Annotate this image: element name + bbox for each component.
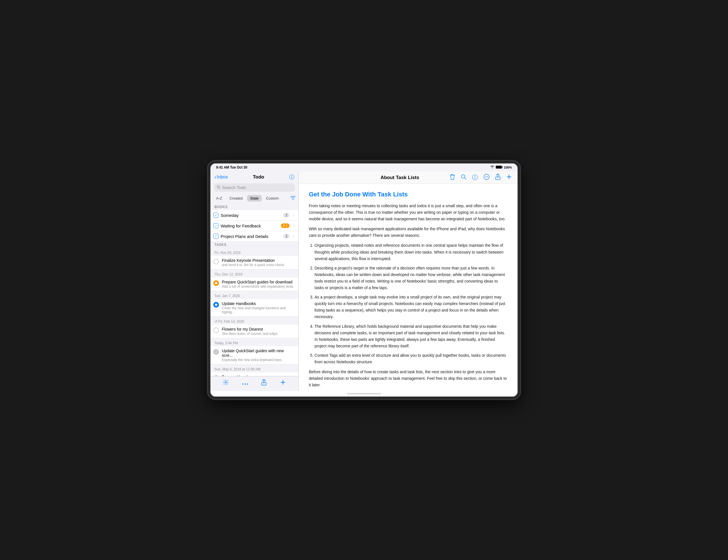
article-content: Get the Job Done With Task Lists From ta… (299, 184, 518, 391)
panel-title: Todo (253, 174, 264, 180)
task-title-2: Prepare QuickStart guides for download (222, 280, 294, 284)
sort-state[interactable]: State (247, 195, 261, 202)
status-time: 9:41 AM Tue Oct 30 (216, 166, 247, 170)
svg-point-18 (486, 177, 487, 177)
share-icon-header[interactable] (495, 174, 501, 181)
right-header-icons: ⓘ (450, 174, 512, 181)
task-circle-1 (213, 259, 219, 265)
svg-point-8 (242, 383, 243, 385)
article-para-1: From taking notes or meeting minutes to … (309, 203, 507, 222)
info-icon-header[interactable]: ⓘ (472, 174, 478, 181)
task-item-3[interactable]: Update Handbooks Cover the new and chang… (210, 299, 298, 317)
task-date-5: Today, 3:44 PM (210, 338, 298, 346)
chevron-left-icon: ‹ (214, 174, 216, 180)
book-checkbox-project: ✓ (213, 234, 218, 239)
sort-bar: A-Z Created State Custom (210, 194, 298, 204)
task-subtitle-3: Cover the new and changed functions and … (222, 306, 294, 314)
task-circle-3 (213, 302, 219, 307)
search-icon (217, 185, 220, 190)
search-bar[interactable]: Search Todo (214, 183, 295, 192)
sort-custom[interactable]: Custom (263, 195, 282, 202)
task-date-2: Thu, Dec 12, 2019 (210, 270, 298, 278)
list-item-1: Organizing projects, related notes and r… (315, 242, 507, 262)
add-icon-header[interactable] (506, 174, 512, 181)
task-circle-5: ✓ (213, 349, 219, 355)
ipad-frame: 9:41 AM Tue Oct 30 100% ‹ Inbox Todo ⓘ (208, 161, 520, 399)
book-badge-project: 2 (283, 234, 289, 239)
inbox-back[interactable]: ‹ Inbox (214, 174, 228, 180)
task-item-5[interactable]: ✓ Update QuickStart guides with new scre… (210, 346, 298, 364)
task-item-4[interactable]: Flowers for my Dearest She likes roses, … (210, 324, 298, 338)
book-checkbox-waiting: ✓ (213, 223, 218, 228)
add-icon[interactable] (280, 379, 286, 386)
left-header: ‹ Inbox Todo ⓘ (210, 172, 298, 182)
chevron-right-icon-2: › (293, 224, 294, 228)
left-panel: ‹ Inbox Todo ⓘ Search Todo A-Z Created S… (210, 172, 299, 391)
article-para-3: Before diving into the details of how to… (309, 369, 507, 388)
chevron-right-icon-3: › (293, 234, 294, 239)
sort-created[interactable]: Created (227, 195, 245, 202)
task-item-1[interactable]: Finalize Keynote Presentation and send i… (210, 256, 298, 270)
svg-point-9 (245, 383, 246, 385)
svg-line-3 (219, 188, 220, 189)
task-text-5: Update QuickStart guides with new scre..… (222, 348, 294, 362)
task-text-3: Update Handbooks Cover the new and chang… (222, 301, 294, 314)
book-name-someday: Someday (221, 213, 281, 218)
trash-icon[interactable] (450, 174, 455, 181)
task-title-5: Update QuickStart guides with new scre..… (222, 348, 294, 357)
home-indicator (210, 391, 518, 396)
book-item-waiting[interactable]: ✓ Waiting for Feedback 2·1 › (210, 221, 298, 231)
task-subtitle-5: Especially the new extra keyboard keys. (222, 358, 294, 362)
book-name-waiting: Waiting for Feedback (221, 224, 279, 228)
ellipsis-icon[interactable] (242, 380, 248, 386)
task-title-1: Finalize Keynote Presentation (222, 258, 294, 263)
svg-point-10 (247, 383, 248, 385)
task-title-4: Flowers for my Dearest (222, 327, 294, 331)
article-panel-title: About Task Lists (380, 175, 419, 181)
task-text-1: Finalize Keynote Presentation and send i… (222, 258, 294, 267)
task-item-6[interactable]: ✕ Prepare Vacation (210, 372, 298, 376)
battery-icon (496, 166, 503, 170)
gear-icon[interactable] (223, 379, 229, 386)
status-bar-right: 100% (490, 166, 512, 170)
search-icon-header[interactable] (461, 174, 466, 181)
svg-point-2 (217, 186, 220, 188)
main-content: ‹ Inbox Todo ⓘ Search Todo A-Z Created S… (210, 172, 518, 391)
svg-line-15 (464, 178, 466, 179)
list-item-2: Describing a project's target or the rat… (315, 265, 507, 291)
book-badge-waiting: 2·1 (281, 224, 290, 228)
article-list: Organizing projects, related notes and r… (315, 242, 507, 365)
task-item-2[interactable]: Prepare QuickStart guides for download A… (210, 278, 298, 291)
task-subtitle-4: She likes roses, of course, and tulips. (222, 332, 294, 336)
ellipsis-circle-icon[interactable] (483, 174, 490, 181)
book-item-project[interactable]: ✓ Project Plans and Details 2 › (210, 231, 298, 242)
task-date-3: Tue, Jan 7, 2020 (210, 291, 298, 299)
book-checkbox-someday: ✓ (213, 213, 218, 218)
books-section-label: BOOKS (210, 204, 298, 210)
svg-point-7 (225, 382, 226, 383)
filter-icon-button[interactable] (290, 196, 295, 201)
list-item-5: Context Tags add an extra level of struc… (315, 352, 507, 365)
list-item-4: The Reference Library, which holds backg… (315, 323, 507, 349)
info-circle-icon[interactable]: ⓘ (289, 174, 294, 181)
share-icon[interactable] (261, 379, 266, 387)
svg-point-19 (487, 177, 488, 177)
task-text-4: Flowers for my Dearest She likes roses, … (222, 327, 294, 336)
task-title-3: Update Handbooks (222, 301, 294, 306)
left-bottom-bar (210, 376, 298, 391)
status-bar-left: 9:41 AM Tue Oct 30 (216, 166, 247, 170)
task-date-6: Sun, May 6, 2018 at 11:06 AM (210, 364, 298, 372)
task-circle-inner-3 (215, 303, 217, 306)
task-circle-4 (213, 327, 219, 333)
tasks-section: TASKS Fri, Nov 29, 2019 Finalize Keynote… (210, 242, 298, 376)
article-para-2: With so many dedicated task management a… (309, 226, 507, 239)
chevron-right-icon: › (293, 213, 294, 218)
svg-point-17 (485, 177, 486, 177)
svg-rect-1 (496, 166, 502, 168)
article-heading-1: Get the Job Done With Task Lists (309, 191, 507, 198)
sort-az[interactable]: A-Z (213, 195, 225, 202)
home-bar (347, 393, 381, 394)
right-panel: About Task Lists ⓘ (299, 172, 518, 391)
book-item-someday[interactable]: ✓ Someday 2 › (210, 210, 298, 221)
task-date-4: ↺ Fri, Feb 14, 2020 (210, 317, 298, 324)
